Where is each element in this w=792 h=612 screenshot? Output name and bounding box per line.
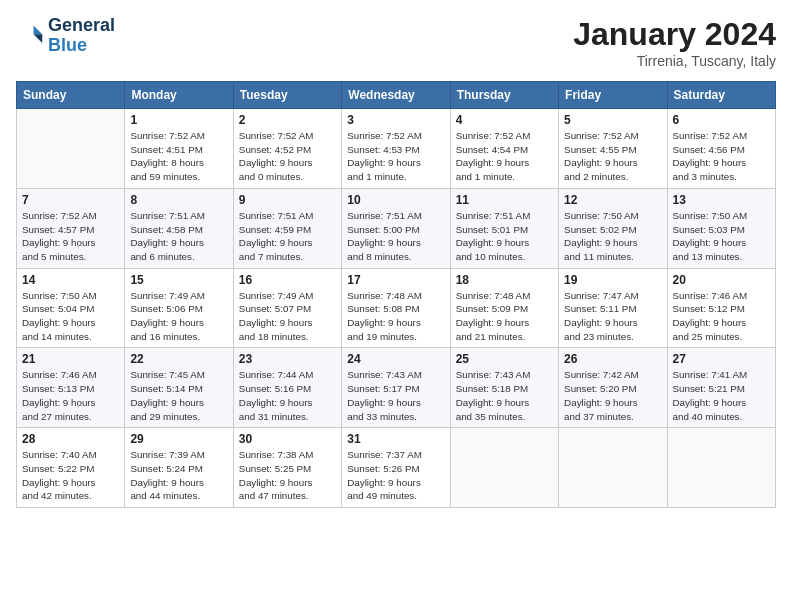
calendar-day-cell: 13Sunrise: 7:50 AM Sunset: 5:03 PM Dayli… — [667, 188, 775, 268]
day-info: Sunrise: 7:51 AM Sunset: 5:01 PM Dayligh… — [456, 209, 553, 264]
day-info: Sunrise: 7:44 AM Sunset: 5:16 PM Dayligh… — [239, 368, 336, 423]
day-info: Sunrise: 7:51 AM Sunset: 5:00 PM Dayligh… — [347, 209, 444, 264]
logo-icon — [16, 22, 44, 50]
day-number: 14 — [22, 273, 119, 287]
calendar-day-cell: 14Sunrise: 7:50 AM Sunset: 5:04 PM Dayli… — [17, 268, 125, 348]
svg-marker-1 — [34, 34, 43, 43]
day-info: Sunrise: 7:51 AM Sunset: 4:58 PM Dayligh… — [130, 209, 227, 264]
day-of-week-header: Friday — [559, 82, 667, 109]
calendar-day-cell: 23Sunrise: 7:44 AM Sunset: 5:16 PM Dayli… — [233, 348, 341, 428]
day-info: Sunrise: 7:41 AM Sunset: 5:21 PM Dayligh… — [673, 368, 770, 423]
logo-line1: General — [48, 16, 115, 36]
day-number: 3 — [347, 113, 444, 127]
day-info: Sunrise: 7:51 AM Sunset: 4:59 PM Dayligh… — [239, 209, 336, 264]
calendar-day-cell: 4Sunrise: 7:52 AM Sunset: 4:54 PM Daylig… — [450, 109, 558, 189]
title-block: January 2024 Tirrenia, Tuscany, Italy — [573, 16, 776, 69]
day-number: 25 — [456, 352, 553, 366]
calendar-day-cell: 9Sunrise: 7:51 AM Sunset: 4:59 PM Daylig… — [233, 188, 341, 268]
day-number: 22 — [130, 352, 227, 366]
day-info: Sunrise: 7:52 AM Sunset: 4:53 PM Dayligh… — [347, 129, 444, 184]
calendar-day-cell: 21Sunrise: 7:46 AM Sunset: 5:13 PM Dayli… — [17, 348, 125, 428]
day-of-week-header: Wednesday — [342, 82, 450, 109]
calendar-day-cell — [450, 428, 558, 508]
day-number: 13 — [673, 193, 770, 207]
day-info: Sunrise: 7:52 AM Sunset: 4:52 PM Dayligh… — [239, 129, 336, 184]
calendar-week-row: 7Sunrise: 7:52 AM Sunset: 4:57 PM Daylig… — [17, 188, 776, 268]
page-header: General Blue January 2024 Tirrenia, Tusc… — [16, 16, 776, 69]
logo-line2: Blue — [48, 36, 115, 56]
calendar-day-cell: 27Sunrise: 7:41 AM Sunset: 5:21 PM Dayli… — [667, 348, 775, 428]
days-of-week-row: SundayMondayTuesdayWednesdayThursdayFrid… — [17, 82, 776, 109]
day-info: Sunrise: 7:50 AM Sunset: 5:03 PM Dayligh… — [673, 209, 770, 264]
day-number: 5 — [564, 113, 661, 127]
day-info: Sunrise: 7:50 AM Sunset: 5:02 PM Dayligh… — [564, 209, 661, 264]
day-number: 10 — [347, 193, 444, 207]
calendar-day-cell: 19Sunrise: 7:47 AM Sunset: 5:11 PM Dayli… — [559, 268, 667, 348]
day-info: Sunrise: 7:46 AM Sunset: 5:12 PM Dayligh… — [673, 289, 770, 344]
calendar-week-row: 28Sunrise: 7:40 AM Sunset: 5:22 PM Dayli… — [17, 428, 776, 508]
calendar-day-cell: 16Sunrise: 7:49 AM Sunset: 5:07 PM Dayli… — [233, 268, 341, 348]
calendar-day-cell: 10Sunrise: 7:51 AM Sunset: 5:00 PM Dayli… — [342, 188, 450, 268]
calendar-day-cell: 29Sunrise: 7:39 AM Sunset: 5:24 PM Dayli… — [125, 428, 233, 508]
calendar-day-cell: 6Sunrise: 7:52 AM Sunset: 4:56 PM Daylig… — [667, 109, 775, 189]
day-of-week-header: Saturday — [667, 82, 775, 109]
calendar-header: SundayMondayTuesdayWednesdayThursdayFrid… — [17, 82, 776, 109]
day-info: Sunrise: 7:52 AM Sunset: 4:51 PM Dayligh… — [130, 129, 227, 184]
day-info: Sunrise: 7:43 AM Sunset: 5:18 PM Dayligh… — [456, 368, 553, 423]
day-of-week-header: Thursday — [450, 82, 558, 109]
calendar-day-cell — [559, 428, 667, 508]
day-number: 15 — [130, 273, 227, 287]
calendar-day-cell: 17Sunrise: 7:48 AM Sunset: 5:08 PM Dayli… — [342, 268, 450, 348]
day-of-week-header: Sunday — [17, 82, 125, 109]
day-info: Sunrise: 7:49 AM Sunset: 5:06 PM Dayligh… — [130, 289, 227, 344]
day-info: Sunrise: 7:39 AM Sunset: 5:24 PM Dayligh… — [130, 448, 227, 503]
day-info: Sunrise: 7:49 AM Sunset: 5:07 PM Dayligh… — [239, 289, 336, 344]
day-number: 1 — [130, 113, 227, 127]
calendar-day-cell: 30Sunrise: 7:38 AM Sunset: 5:25 PM Dayli… — [233, 428, 341, 508]
calendar-day-cell: 20Sunrise: 7:46 AM Sunset: 5:12 PM Dayli… — [667, 268, 775, 348]
day-number: 19 — [564, 273, 661, 287]
calendar-week-row: 1Sunrise: 7:52 AM Sunset: 4:51 PM Daylig… — [17, 109, 776, 189]
calendar-day-cell: 3Sunrise: 7:52 AM Sunset: 4:53 PM Daylig… — [342, 109, 450, 189]
day-number: 24 — [347, 352, 444, 366]
day-of-week-header: Tuesday — [233, 82, 341, 109]
location-subtitle: Tirrenia, Tuscany, Italy — [573, 53, 776, 69]
day-info: Sunrise: 7:48 AM Sunset: 5:09 PM Dayligh… — [456, 289, 553, 344]
day-number: 27 — [673, 352, 770, 366]
calendar-day-cell: 22Sunrise: 7:45 AM Sunset: 5:14 PM Dayli… — [125, 348, 233, 428]
day-number: 7 — [22, 193, 119, 207]
day-number: 6 — [673, 113, 770, 127]
calendar-body: 1Sunrise: 7:52 AM Sunset: 4:51 PM Daylig… — [17, 109, 776, 508]
calendar-day-cell: 1Sunrise: 7:52 AM Sunset: 4:51 PM Daylig… — [125, 109, 233, 189]
day-info: Sunrise: 7:42 AM Sunset: 5:20 PM Dayligh… — [564, 368, 661, 423]
svg-marker-0 — [34, 25, 43, 34]
day-info: Sunrise: 7:45 AM Sunset: 5:14 PM Dayligh… — [130, 368, 227, 423]
calendar-day-cell: 18Sunrise: 7:48 AM Sunset: 5:09 PM Dayli… — [450, 268, 558, 348]
calendar-day-cell — [667, 428, 775, 508]
day-info: Sunrise: 7:46 AM Sunset: 5:13 PM Dayligh… — [22, 368, 119, 423]
day-number: 28 — [22, 432, 119, 446]
day-info: Sunrise: 7:52 AM Sunset: 4:56 PM Dayligh… — [673, 129, 770, 184]
day-info: Sunrise: 7:52 AM Sunset: 4:57 PM Dayligh… — [22, 209, 119, 264]
day-number: 21 — [22, 352, 119, 366]
day-number: 9 — [239, 193, 336, 207]
calendar-day-cell — [17, 109, 125, 189]
day-number: 23 — [239, 352, 336, 366]
day-number: 29 — [130, 432, 227, 446]
calendar-day-cell: 25Sunrise: 7:43 AM Sunset: 5:18 PM Dayli… — [450, 348, 558, 428]
calendar-day-cell: 28Sunrise: 7:40 AM Sunset: 5:22 PM Dayli… — [17, 428, 125, 508]
calendar-day-cell: 24Sunrise: 7:43 AM Sunset: 5:17 PM Dayli… — [342, 348, 450, 428]
calendar-day-cell: 7Sunrise: 7:52 AM Sunset: 4:57 PM Daylig… — [17, 188, 125, 268]
calendar-day-cell: 8Sunrise: 7:51 AM Sunset: 4:58 PM Daylig… — [125, 188, 233, 268]
logo: General Blue — [16, 16, 115, 56]
day-number: 8 — [130, 193, 227, 207]
calendar-week-row: 21Sunrise: 7:46 AM Sunset: 5:13 PM Dayli… — [17, 348, 776, 428]
day-of-week-header: Monday — [125, 82, 233, 109]
day-info: Sunrise: 7:50 AM Sunset: 5:04 PM Dayligh… — [22, 289, 119, 344]
day-number: 17 — [347, 273, 444, 287]
day-info: Sunrise: 7:47 AM Sunset: 5:11 PM Dayligh… — [564, 289, 661, 344]
day-info: Sunrise: 7:37 AM Sunset: 5:26 PM Dayligh… — [347, 448, 444, 503]
day-number: 31 — [347, 432, 444, 446]
calendar-day-cell: 2Sunrise: 7:52 AM Sunset: 4:52 PM Daylig… — [233, 109, 341, 189]
day-number: 30 — [239, 432, 336, 446]
